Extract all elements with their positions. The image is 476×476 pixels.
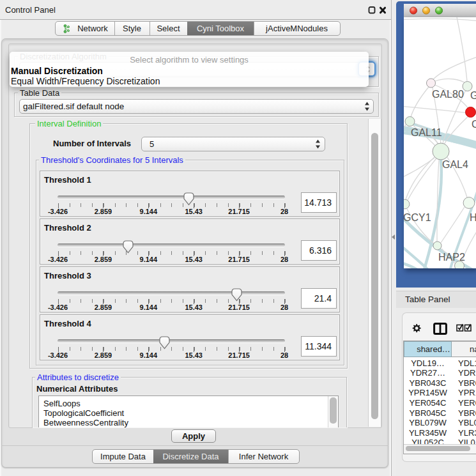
svg-text:GAL4: GAL4: [442, 159, 468, 170]
svg-text:GA: GA: [470, 90, 476, 101]
svg-text:CY: CY: [472, 119, 476, 130]
svg-text:HAP2: HAP2: [438, 252, 465, 263]
svg-text:GCY1: GCY1: [404, 212, 431, 223]
svg-text:GAL80: GAL80: [432, 89, 464, 100]
svg-text:HI: HI: [470, 212, 476, 223]
svg-text:GAL11: GAL11: [411, 127, 442, 138]
